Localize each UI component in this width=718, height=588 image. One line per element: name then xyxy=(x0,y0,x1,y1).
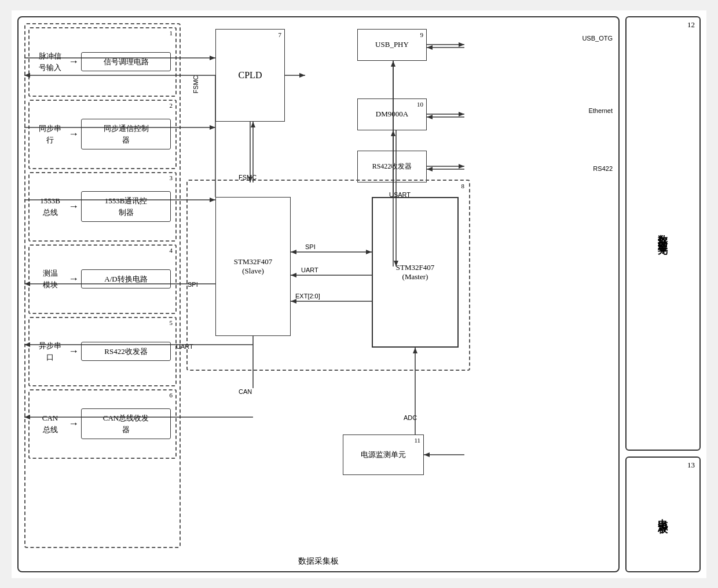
fsmc-label-left: FSMC xyxy=(192,75,199,93)
svg-marker-21 xyxy=(459,112,464,116)
sync-comm-box: 同步通信控制器 xyxy=(81,119,171,149)
signal-conditioning-box: 信号调理电路 xyxy=(81,52,171,72)
ad-convert-box: A/D转换电路 xyxy=(81,269,171,289)
uart-label-left: UART xyxy=(176,343,193,350)
adc-label: ADC xyxy=(404,414,417,421)
can-label: CAN xyxy=(239,388,252,395)
power-num: 11 xyxy=(414,437,420,444)
panel-12-label: 数据处理单元 xyxy=(657,227,670,240)
module-label-2: 同步串行 xyxy=(34,123,66,145)
svg-marker-15 xyxy=(427,45,433,50)
module-label-4: 测温模块 xyxy=(34,268,66,290)
dm9000-box: DM9000A 10 xyxy=(357,98,427,130)
module-group-1: 1 脉冲信号输入 → 信号调理电路 xyxy=(28,27,177,97)
cpld-num: 7 xyxy=(279,31,282,38)
module-num-4: 4 xyxy=(170,247,173,254)
svg-marker-27 xyxy=(427,167,433,171)
svg-marker-10 xyxy=(391,61,395,67)
arrow-3: → xyxy=(68,200,79,213)
arrow-2: → xyxy=(68,128,79,140)
panel-13-num: 13 xyxy=(687,461,695,470)
rs422-top-box: RS422收发器 xyxy=(357,151,427,182)
svg-marker-39 xyxy=(424,452,430,457)
svg-marker-13 xyxy=(459,42,464,47)
svg-marker-50 xyxy=(210,125,215,130)
module-label-1: 脉冲信号输入 xyxy=(34,50,66,73)
panel-12-num: 12 xyxy=(687,20,695,30)
module-group-5: 5 异步串口 → RS422收发器 xyxy=(28,317,177,386)
dm9000-label: DM9000A xyxy=(376,109,408,119)
module-label-6: CAN总线 xyxy=(34,412,66,435)
svg-marker-8 xyxy=(299,73,305,78)
usart-label: USART xyxy=(389,191,411,198)
slave-box: STM32F407(Slave) xyxy=(215,197,291,336)
panel-data-processing: 12 数据处理单元 xyxy=(625,16,701,451)
cpld-label: CPLD xyxy=(239,70,262,81)
arrow-6: → xyxy=(68,418,79,430)
spi-label-left: SPI xyxy=(188,281,198,288)
module-label-3: 1553B总线 xyxy=(34,195,66,218)
dm9000-num: 10 xyxy=(417,101,423,108)
module-group-6: 6 CAN总线 → CAN总线收发器 xyxy=(28,389,177,459)
cpld-box: 7 CPLD xyxy=(215,29,285,122)
outer-container: 数据采集板 1 脉冲信号输入 → 信号调理电路 2 同步串行 → 同步通信控制器… xyxy=(12,10,706,578)
arrow-5: → xyxy=(68,345,79,357)
module-num-5: 5 xyxy=(170,319,173,326)
module-num-2: 2 xyxy=(170,102,173,109)
usb-otg-label: USB_OTG xyxy=(582,35,613,42)
usb-phy-num: 9 xyxy=(420,31,424,38)
rs422-right-label: RS422 xyxy=(593,165,613,172)
center-area: 7 CPLD USB_PHY 9 DM9000A 10 RS422收发器 8 xyxy=(186,17,618,571)
ext-label: EXT[2:0] xyxy=(295,293,320,300)
left-modules-area: 1 脉冲信号输入 → 信号调理电路 2 同步串行 → 同步通信控制器 3 155… xyxy=(24,23,181,548)
arrow-4: → xyxy=(68,273,79,285)
group8-num: 8 xyxy=(461,182,465,189)
slave-label: STM32F407(Slave) xyxy=(234,257,272,276)
module-label-5: 异步串口 xyxy=(34,340,66,363)
usb-phy-label: USB_PHY xyxy=(375,40,409,49)
module-group-2: 2 同步串行 → 同步通信控制器 xyxy=(28,100,177,169)
svg-marker-48 xyxy=(210,56,215,60)
svg-marker-3 xyxy=(251,122,255,127)
right-panels: 12 数据处理单元 13 电源板 xyxy=(625,16,701,572)
master-box: STM32F407(Master) xyxy=(372,197,459,348)
ethernet-label: Ethernet xyxy=(588,107,613,114)
arrow-1: → xyxy=(68,56,79,68)
svg-marker-17 xyxy=(391,130,395,136)
power-monitor-box: 11 电源监测单元 xyxy=(343,434,424,475)
module-num-6: 6 xyxy=(170,392,173,399)
main-board: 数据采集板 1 脉冲信号输入 → 信号调理电路 2 同步串行 → 同步通信控制器… xyxy=(17,16,620,572)
spi-center-label: SPI xyxy=(305,243,316,250)
module-num-1: 1 xyxy=(170,30,173,36)
power-label: 电源监测单元 xyxy=(361,450,406,460)
panel-power: 13 电源板 xyxy=(625,456,701,572)
svg-marker-25 xyxy=(459,164,464,169)
uart-center-label: UART xyxy=(301,266,318,273)
rs422-top-label: RS422收发器 xyxy=(372,162,412,171)
module-group-4: 4 测温模块 → A/D转换电路 xyxy=(28,244,177,314)
svg-marker-23 xyxy=(427,115,433,119)
module-num-3: 3 xyxy=(170,174,173,181)
master-label: STM32F407(Master) xyxy=(396,263,434,282)
usb-phy-box: USB_PHY 9 xyxy=(357,29,427,61)
fsmc-label-top: FSMC xyxy=(239,174,257,181)
module-group-3: 3 1553B总线 → 1553B通讯控制器 xyxy=(28,172,177,242)
rs422-left-box: RS422收发器 xyxy=(81,342,171,361)
can-box: CAN总线收发器 xyxy=(81,408,171,439)
comm-1553b-box: 1553B通讯控制器 xyxy=(81,191,171,222)
panel-13-label: 电源板 xyxy=(657,511,670,518)
